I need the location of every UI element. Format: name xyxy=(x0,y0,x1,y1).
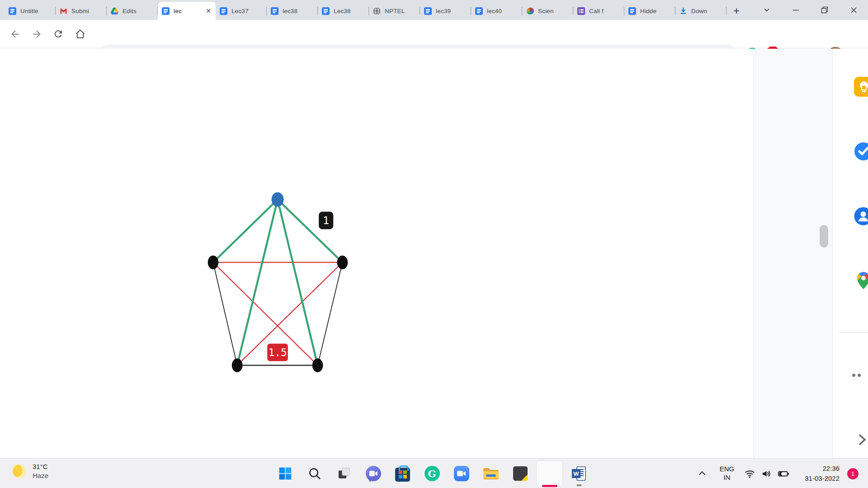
docs-icon xyxy=(424,7,432,15)
docs-icon xyxy=(271,7,278,15)
taskbar-explorer-icon[interactable] xyxy=(476,459,505,488)
taskbar-pinned-apps: GW xyxy=(270,459,594,488)
tab-lec40[interactable]: lec40 xyxy=(471,2,522,20)
notification-badge[interactable]: 1 xyxy=(847,468,859,479)
weather-condition: Haze xyxy=(33,471,48,480)
forward-button[interactable] xyxy=(30,27,43,41)
taskbar-clock[interactable]: 22:36 31-03-2022 xyxy=(805,464,840,483)
edge-mid-right-bottom-left xyxy=(237,263,343,366)
taskbar-chrome-icon[interactable] xyxy=(535,459,564,488)
tab-lec37[interactable]: Lec37 xyxy=(216,2,267,20)
language-indicator[interactable]: ENG IN xyxy=(720,465,735,482)
battery-saver-icon[interactable] xyxy=(778,468,789,479)
edge-top-mid-left xyxy=(213,200,278,263)
tab-label: Scien xyxy=(538,8,569,14)
docs-icon xyxy=(475,7,483,15)
tab-label: Down xyxy=(691,8,722,14)
edge-top-mid-right xyxy=(278,200,342,263)
edge-mid-right-bottom-right xyxy=(318,263,343,366)
taskbar-start-icon[interactable] xyxy=(270,459,300,488)
tab-label: NPTEL xyxy=(385,8,416,14)
taskbar-taskview-icon[interactable] xyxy=(329,459,359,488)
system-tray: ENG IN 22:36 31-03-2022 1 xyxy=(696,459,868,488)
vertex-bottom-right xyxy=(312,358,323,372)
document-canvas: 11.5 xyxy=(0,49,868,458)
reload-button[interactable] xyxy=(52,27,65,41)
tab-label: Call f xyxy=(589,8,620,14)
clock-time: 22:36 xyxy=(822,464,840,474)
tab-label: Hidde xyxy=(640,8,671,14)
home-button[interactable] xyxy=(73,27,87,41)
docs-side-panel xyxy=(833,49,868,458)
tab-label: lec xyxy=(174,8,201,14)
vertex-bottom-left xyxy=(232,358,243,372)
tab-down[interactable]: Down xyxy=(675,2,726,20)
side-panel-divider xyxy=(839,332,868,333)
edge-mid-left-bottom-left xyxy=(213,263,237,366)
vertex-mid-right xyxy=(337,256,348,269)
tab-lec38[interactable]: lec38 xyxy=(267,2,318,20)
tab-label: Untitle xyxy=(20,8,52,14)
edge-weight-label: 1 xyxy=(323,215,329,226)
weather-moon-icon xyxy=(10,462,28,480)
taskbar-search-icon[interactable] xyxy=(300,459,329,488)
desktop-screen: UntitleSubmiEditslec✕Lec37lec38Lec38NPTE… xyxy=(0,0,868,488)
graph-figure: 11.5 xyxy=(172,145,393,389)
maximize-button[interactable] xyxy=(810,0,839,20)
tab-edits[interactable]: Edits xyxy=(107,2,158,20)
tab-hidde[interactable]: Hidde xyxy=(624,2,675,20)
wifi-icon[interactable] xyxy=(744,468,755,479)
tasklist-icon xyxy=(577,7,585,15)
tab-search-chevron-icon[interactable] xyxy=(752,0,781,20)
window-controls xyxy=(752,0,868,20)
volume-icon[interactable] xyxy=(761,468,772,479)
taskbar-notes-icon[interactable] xyxy=(505,459,535,488)
docs-icon xyxy=(9,7,16,15)
tab-lec[interactable]: lec✕ xyxy=(158,2,216,20)
tab-untitle[interactable]: Untitle xyxy=(5,2,56,20)
tab-lec39[interactable]: lec39 xyxy=(420,2,471,20)
weather-widget[interactable]: 31°C Haze xyxy=(13,462,48,481)
taskbar-grammarly-icon[interactable]: G xyxy=(417,459,447,488)
tab-label: Edits xyxy=(123,8,154,14)
tab-close-icon[interactable]: ✕ xyxy=(205,7,212,14)
windows-taskbar: 31°C Haze GW ENG IN 22:36 xyxy=(0,458,868,488)
vertex-mid-left xyxy=(208,256,219,269)
edge-top-bottom-right xyxy=(278,200,318,366)
new-tab-button[interactable]: + xyxy=(726,2,746,20)
tab-label: Lec38 xyxy=(334,8,365,14)
maps-icon[interactable] xyxy=(854,271,868,292)
close-window-button[interactable] xyxy=(839,0,868,20)
taskbar-store-icon[interactable] xyxy=(388,459,417,488)
tasks-icon[interactable] xyxy=(854,142,868,163)
tab-nptel[interactable]: NPTEL xyxy=(369,2,420,20)
edge-weight-label: 1.5 xyxy=(268,347,287,358)
tab-lec38[interactable]: Lec38 xyxy=(318,2,369,20)
vertex-top xyxy=(272,192,284,206)
tab-call-f[interactable]: Call f xyxy=(573,2,624,20)
tray-chevron-up-icon[interactable] xyxy=(696,468,708,479)
taskbar-zoom-icon[interactable] xyxy=(447,459,476,488)
collapse-panel-chevron-icon[interactable] xyxy=(857,434,868,447)
taskbar-word-icon[interactable]: W xyxy=(564,459,594,488)
docs-icon xyxy=(162,7,170,15)
back-button[interactable] xyxy=(8,27,22,41)
tab-submi[interactable]: Submi xyxy=(56,2,107,20)
edge-top-bottom-left xyxy=(237,200,278,366)
more-addons-dots-icon[interactable] xyxy=(852,374,861,377)
contacts-icon[interactable] xyxy=(854,207,868,227)
taskbar-teams-icon[interactable] xyxy=(359,459,388,488)
keep-icon[interactable] xyxy=(854,77,868,99)
document-gutter xyxy=(753,49,833,458)
weather-temperature: 31°C xyxy=(33,462,48,471)
brain-icon xyxy=(526,7,534,15)
tab-scien[interactable]: Scien xyxy=(522,2,573,20)
gmail-icon xyxy=(60,7,67,15)
tab-list: UntitleSubmiEditslec✕Lec37lec38Lec38NPTE… xyxy=(5,2,746,20)
vertical-scrollbar-thumb[interactable] xyxy=(820,225,828,248)
svg-text:W: W xyxy=(573,470,579,477)
minimize-button[interactable] xyxy=(781,0,810,20)
tab-label: lec39 xyxy=(436,8,467,14)
tab-label: Submi xyxy=(71,8,103,14)
tab-label: lec40 xyxy=(487,8,518,14)
